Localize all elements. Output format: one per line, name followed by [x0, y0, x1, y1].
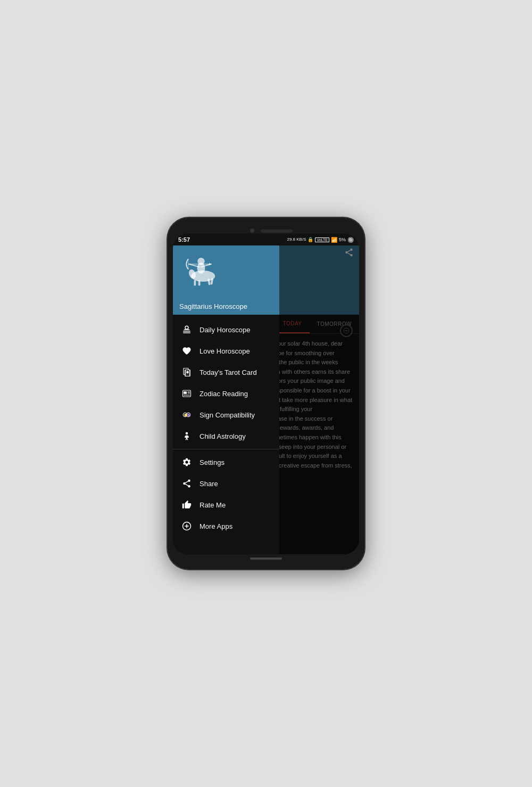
drawer-item-sign-compatibility[interactable]: ♋ ♑ Sign Compatibility [173, 404, 279, 425]
daily-horoscope-label: Daily Horoscope [200, 326, 250, 334]
svg-text:♋: ♋ [184, 413, 187, 417]
love-horoscope-icon [181, 346, 192, 356]
battery-percent: 5% [339, 237, 346, 242]
signal-icon: 📶 [331, 237, 337, 243]
phone-screen: 5:57 29.8 KB/S 🔒 VoLTE 📶 5% 🔘 [173, 234, 359, 554]
drawer-archer-icon [177, 248, 225, 290]
love-horoscope-label: Love Horoscope [200, 347, 250, 355]
more-apps-label: More Apps [200, 522, 232, 530]
volte-badge: VoLTE [315, 237, 329, 242]
rate-me-label: Rate Me [200, 501, 226, 509]
daily-horoscope-icon [181, 324, 192, 335]
svg-point-52 [183, 482, 186, 485]
drawer-item-love-horoscope[interactable]: Love Horoscope [173, 340, 279, 362]
battery-icon: 🔘 [347, 237, 354, 243]
speaker [261, 229, 293, 233]
sign-compatibility-label: Sign Compatibility [200, 411, 255, 419]
drawer-divider-1 [173, 449, 279, 449]
drawer-item-rate-me[interactable]: Rate Me [173, 494, 279, 515]
svg-text:♑: ♑ [187, 413, 190, 417]
svg-rect-40 [184, 391, 187, 394]
drawer-header: Sagittarius Horoscope [173, 245, 279, 315]
tarot-card-icon [181, 367, 192, 378]
camera [250, 228, 254, 233]
svg-rect-33 [183, 331, 190, 332]
status-bar: 5:57 29.8 KB/S 🔒 VoLTE 📶 5% 🔘 [173, 234, 359, 245]
status-time: 5:57 [178, 236, 190, 243]
status-right: 29.8 KB/S 🔒 VoLTE 📶 5% 🔘 [287, 237, 354, 243]
zodiac-reading-icon [181, 388, 192, 399]
home-bar [250, 558, 282, 560]
phone-frame: 5:57 29.8 KB/S 🔒 VoLTE 📶 5% 🔘 [168, 218, 364, 569]
child-astrology-icon [181, 431, 192, 441]
drawer-item-child-astrology[interactable]: Child Astrology [173, 425, 279, 447]
svg-rect-21 [194, 280, 196, 286]
svg-rect-34 [183, 332, 190, 333]
app-content: Sagittarius Horoscope TODAY TOMORROW [173, 245, 359, 554]
svg-line-54 [185, 484, 188, 486]
child-astrology-label: Child Astrology [200, 432, 246, 440]
svg-point-48 [186, 432, 188, 435]
drawer-item-more-apps[interactable]: More Apps [173, 515, 279, 537]
sign-compatibility-icon: ♋ ♑ [181, 409, 192, 420]
tarot-card-label: Today's Tarot Card [200, 368, 257, 376]
drawer-items-list: Daily Horoscope Love Horoscope [173, 315, 279, 554]
svg-line-55 [185, 481, 188, 483]
svg-rect-22 [198, 280, 201, 286]
rate-me-icon [181, 499, 192, 510]
zodiac-reading-label: Zodiac Reading [200, 390, 248, 398]
drawer-title: Sagittarius Horoscope [179, 302, 247, 310]
navigation-drawer: Sagittarius Horoscope Daily Horoscope [173, 245, 279, 554]
drawer-item-zodiac-reading[interactable]: Zodiac Reading [173, 383, 279, 404]
drawer-item-tarot-card[interactable]: Today's Tarot Card [173, 362, 279, 383]
settings-icon [181, 457, 192, 468]
settings-label: Settings [200, 458, 225, 466]
data-speed: 29.8 KB/S [287, 237, 306, 242]
svg-point-53 [188, 485, 190, 488]
share-icon [181, 478, 192, 489]
svg-line-50 [187, 438, 188, 440]
more-apps-icon [181, 521, 192, 531]
lock-icon: 🔒 [307, 237, 313, 242]
svg-point-51 [188, 480, 190, 482]
share-label: Share [200, 480, 218, 488]
drawer-item-daily-horoscope[interactable]: Daily Horoscope [173, 319, 279, 340]
drawer-item-share[interactable]: Share [173, 473, 279, 494]
drawer-item-settings[interactable]: Settings [173, 452, 279, 473]
svg-point-38 [186, 371, 189, 374]
